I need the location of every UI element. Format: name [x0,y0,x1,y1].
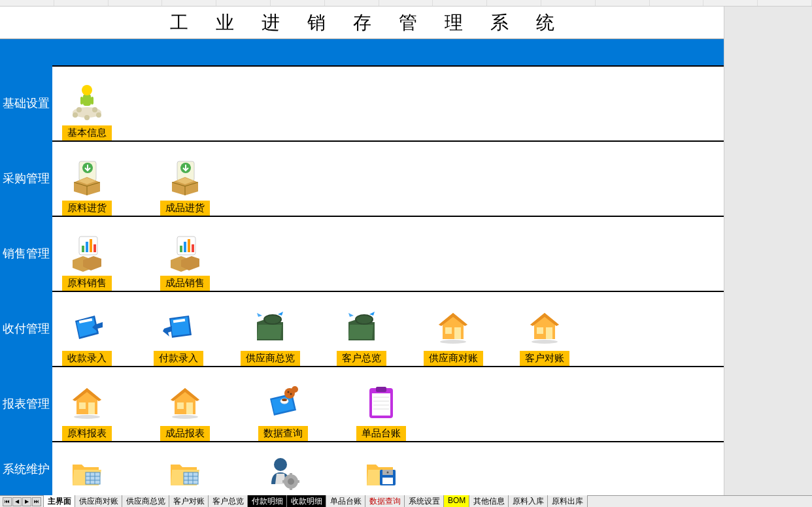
menu-item[interactable]: 基本信息 [58,81,116,140]
folder-disk-icon [360,453,402,495]
folder-phone-icon [341,306,382,348]
sheet-tab[interactable]: 主界面 [43,495,76,508]
section-label: 收付管理 [0,291,52,366]
menu-item-label: 单品台账 [356,426,406,441]
sheet-tab[interactable]: 收款明细 [286,495,327,508]
section-row: 收付管理收款录入付款录入供应商总览客户总览供应商对账客户对账 [0,291,724,366]
menu-item-label: 客户对账 [520,351,569,366]
menu-item[interactable]: 单品台账 [352,382,411,441]
book-blue-in-icon [66,306,108,348]
sheet-tab[interactable]: 客户对账 [169,495,209,508]
menu-item[interactable]: 成品报表 [156,382,214,441]
sheet-tab[interactable]: BOM [443,495,470,508]
house-icon [432,306,474,348]
sheet-nav-last[interactable]: ⏭ [32,497,41,506]
menu-item-label: 供应商对账 [424,351,483,366]
section-content: 原料销售成品销售 [52,216,724,291]
book-cookies-icon [262,382,304,423]
menu-item-label: 原料销售 [62,276,112,291]
menu-item[interactable]: 原料进货 [58,156,116,216]
menu-item-label: 基本信息 [62,125,112,140]
section-label: 系统维护 [0,441,52,497]
house-icon [164,382,206,423]
menu-item[interactable] [254,453,313,497]
person-gold-icon [66,81,108,123]
folder-grid-icon [66,453,108,495]
clipboard-icon [360,382,402,423]
section-row: 采购管理原料进货成品进货 [0,140,724,216]
section-content: 收款录入付款录入供应商总览客户总览供应商对账客户对账 [52,291,724,366]
section-content: 原料报表成品报表数据查询单品台账 [52,366,724,441]
menu-item[interactable] [352,453,411,497]
section-row: 系统维护 [0,441,724,497]
sheet-tab[interactable]: 原料出库 [547,495,588,508]
sheet-nav-first[interactable]: ⏮ [3,497,12,506]
section-label: 采购管理 [0,140,52,216]
person-gear-icon [262,453,304,495]
menu-item-label: 客户总览 [337,351,386,366]
menu-item[interactable]: 原料报表 [58,382,116,441]
sheet-tab[interactable]: 客户总览 [208,495,248,508]
top-ruler [0,0,812,7]
folder-grid-icon [164,453,206,495]
section-content: 原料进货成品进货 [52,140,724,216]
menu-item[interactable]: 付款录入 [149,306,208,366]
app-container: 工业进销存管理系统 基础设置基本信息采购管理原料进货成品进货销售管理原料销售成品… [0,7,724,502]
menu-item[interactable] [156,453,214,497]
menu-item[interactable]: 原料销售 [58,231,116,291]
menu-item-label: 原料报表 [62,426,112,441]
sheet-tab[interactable]: 付款明细 [247,495,288,508]
menu-item[interactable]: 成品销售 [156,231,214,291]
app-title: 工业进销存管理系统 [0,7,724,39]
section-label: 基础设置 [0,65,52,140]
section-row: 报表管理原料报表成品报表数据查询单品台账 [0,366,724,441]
main-menu-area: 基础设置基本信息采购管理原料进货成品进货销售管理原料销售成品销售收付管理收款录入… [0,39,724,502]
house-icon [66,382,108,423]
menu-item-label: 成品报表 [160,426,210,441]
section-content: 基本信息 [52,65,724,140]
menu-item-label: 收款录入 [62,351,112,366]
menu-item[interactable]: 供应商总览 [241,306,299,366]
section-label: 报表管理 [0,366,52,441]
section-label: 销售管理 [0,216,52,291]
sheet-tab[interactable]: 单品台账 [326,495,366,508]
section-content [52,441,724,497]
sheet-tab[interactable]: 系统设置 [404,495,445,508]
section-row: 基础设置基本信息 [0,65,724,140]
sheet-tab[interactable]: 供应商总览 [122,495,170,508]
menu-item-label: 成品销售 [160,276,210,291]
menu-item[interactable]: 客户对账 [515,306,574,366]
sheet-nav-controls: ⏮ ◀ ▶ ⏭ [0,497,44,506]
box-chart-icon [66,231,108,273]
section-row: 销售管理原料销售成品销售 [0,216,724,291]
sheet-tab[interactable]: 供应商对账 [75,495,123,508]
folder-phone-icon [249,306,291,348]
menu-item-label: 原料进货 [62,201,112,216]
sheet-tab[interactable]: 原料入库 [508,495,549,508]
right-empty-panel [724,7,812,495]
house-icon [524,306,566,348]
box-download-icon [66,156,108,198]
menu-item[interactable]: 成品进货 [156,156,214,216]
menu-item[interactable]: 数据查询 [254,382,313,441]
sheet-nav-next[interactable]: ▶ [22,497,31,506]
menu-item-label: 成品进货 [160,201,210,216]
menu-item-label: 供应商总览 [241,351,300,366]
sheet-tab[interactable]: 其他信息 [469,495,509,508]
menu-item-label: 付款录入 [154,351,203,366]
box-download-icon [164,156,206,198]
menu-item[interactable]: 供应商对账 [424,306,482,366]
menu-item[interactable]: 客户总览 [332,306,391,366]
book-blue-out-icon [158,306,199,348]
sheet-nav-prev[interactable]: ◀ [12,497,22,506]
menu-item[interactable]: 收款录入 [58,306,116,366]
sheet-tab-bar: ⏮ ◀ ▶ ⏭ 主界面供应商对账供应商总览客户对账客户总览付款明细收款明细单品台… [0,495,812,507]
menu-item[interactable] [58,453,116,497]
box-chart-icon [164,231,206,273]
menu-item-label: 数据查询 [258,426,308,441]
sheet-tab[interactable]: 数据查询 [365,495,405,508]
